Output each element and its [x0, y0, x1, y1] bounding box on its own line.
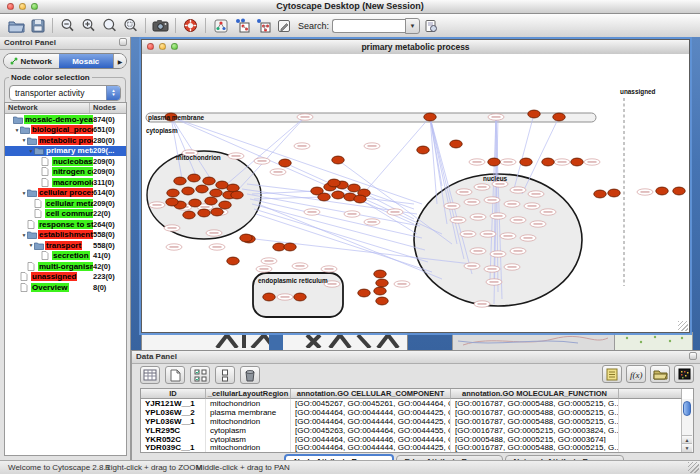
network-edge[interactable]	[227, 117, 305, 184]
zoom-selected-icon[interactable]	[120, 16, 141, 35]
network-node-selected-color[interactable]	[189, 199, 201, 207]
table-cell[interactable]: [GO:0005488, GO:0005215, GO:0003674]	[451, 435, 619, 444]
tab-mosaic[interactable]: Mosaic	[59, 54, 114, 68]
network-node-selected-color[interactable]	[424, 113, 436, 121]
float-panel-icon[interactable]	[119, 38, 127, 46]
table-column-header[interactable]: ID	[141, 389, 206, 399]
network-node-selected-color[interactable]	[332, 156, 344, 164]
network-tree-row[interactable]: ▼cellular process614(0)	[5, 188, 126, 199]
table-row[interactable]: YLR295Ccytoplasm[GO:0045263, GO:0044464,…	[141, 426, 693, 435]
tree-column-nodes[interactable]: Nodes	[90, 103, 126, 113]
table-row[interactable]: YPL036W__1mitochondrion[GO:0044464, GO:0…	[141, 417, 693, 426]
table-cell[interactable]	[619, 399, 682, 408]
network-node-selected-color[interactable]	[263, 293, 275, 301]
function-builder-icon[interactable]: f(x)	[626, 365, 646, 383]
table-cell[interactable]	[619, 426, 682, 435]
network-window-titlebar[interactable]: primary metabolic process	[142, 40, 689, 55]
table-row[interactable]: YKR052Ccytoplasm[GO:0044464, GO:0044446,…	[141, 435, 693, 444]
unselect-attributes-icon[interactable]	[215, 366, 235, 384]
table-cell[interactable]: [GO:0045263, GO:0044464, GO:0044455, G..…	[291, 426, 451, 435]
network-node-selected-color[interactable]	[376, 297, 388, 305]
table-cell[interactable]	[619, 443, 682, 452]
network-node-selected-color[interactable]	[273, 243, 285, 251]
network-node-selected-color[interactable]	[183, 211, 195, 219]
zoom-out-icon[interactable]	[57, 16, 78, 35]
network-tree-row[interactable]: ▼establishment of lo558(0)	[5, 230, 126, 241]
tree-column-network[interactable]: Network	[5, 103, 90, 113]
network-view-window[interactable]: primary metabolic process plasma membran…	[141, 39, 690, 333]
snapshot-icon[interactable]	[150, 16, 171, 35]
network-node-selected-color[interactable]	[520, 158, 532, 166]
network-node-selected-color[interactable]	[528, 110, 540, 118]
network-node-selected-color[interactable]	[376, 279, 388, 287]
scroll-down-icon[interactable]: ▼	[682, 443, 692, 452]
network-tree-row[interactable]: unassigned223(0)	[5, 272, 126, 283]
node-color-dropdown[interactable]: transporter activity ▲▼	[9, 85, 121, 101]
network-node-selected-color[interactable]	[450, 140, 462, 148]
network-node-selected-color[interactable]	[216, 181, 228, 189]
table-cell[interactable]: mitochondrion	[206, 443, 291, 452]
save-icon[interactable]	[27, 16, 48, 35]
table-row[interactable]: YJR121W__1mitochondrion[GO:0045267, GO:0…	[141, 399, 693, 408]
network-node-selected-color[interactable]	[374, 287, 386, 295]
network-node-selected-color[interactable]	[219, 201, 231, 209]
network-node-selected-color[interactable]	[553, 113, 565, 121]
zoom-fit-icon[interactable]	[99, 16, 120, 35]
network-tree-row[interactable]: response to stimulu264(0)	[5, 219, 126, 230]
network-edge[interactable]	[250, 199, 422, 238]
tab-network[interactable]: Network	[4, 54, 59, 68]
annotation-icon[interactable]	[273, 16, 294, 35]
network-tree-row[interactable]: nucleobase-209(0)	[5, 156, 126, 167]
table-column-header[interactable]: annotation.GO CELLULAR_COMPONENT	[291, 389, 451, 399]
network-node-selected-color[interactable]	[328, 179, 340, 187]
network-node-selected-color[interactable]	[279, 159, 291, 167]
search-input[interactable]	[332, 19, 405, 33]
network-node-selected-color[interactable]	[318, 193, 330, 201]
network-tree-row[interactable]: cell communicat22(0)	[5, 209, 126, 220]
background-window[interactable]	[614, 332, 693, 350]
table-cell[interactable]: mitochondrion	[206, 417, 291, 426]
table-row[interactable]: YPL036W__2plasma membrane[GO:0044464, GO…	[141, 408, 693, 417]
table-cell[interactable]: YJR121W__1	[141, 399, 206, 408]
table-cell[interactable]	[619, 435, 682, 444]
network-tree-row[interactable]: mosaic-demo-yeast874(0)	[5, 114, 126, 125]
network-node-selected-color[interactable]	[167, 189, 179, 197]
network-tree-row[interactable]: macromolecule311(0)	[5, 177, 126, 188]
window-resize-grip[interactable]	[678, 321, 688, 331]
network-node-selected-color[interactable]	[231, 191, 243, 199]
help-icon[interactable]	[180, 16, 201, 35]
network-tree-row[interactable]: ▼biological_process651(0)	[5, 125, 126, 136]
network-node-selected-color[interactable]	[488, 158, 500, 166]
table-row[interactable]: YDR039C__1mitochondrion[GO:0044464, GO:0…	[141, 443, 693, 452]
show-selected-nodes-icon[interactable]	[252, 16, 273, 35]
table-cell[interactable]: YDR039C__1	[141, 443, 206, 452]
tabs-overflow-arrow-icon[interactable]: ▶	[113, 54, 126, 68]
float-panel-icon[interactable]	[689, 352, 697, 360]
network-node-selected-color[interactable]	[203, 177, 215, 185]
network-node-selected-color[interactable]	[332, 191, 344, 199]
table-cell[interactable]: [GO:0044464, GO:0044444, GO:0044425, G..…	[291, 408, 451, 417]
network-node-selected-color[interactable]	[608, 189, 620, 197]
new-attribute-icon[interactable]	[165, 366, 185, 384]
table-cell[interactable]: [GO:0044464, GO:0044444, GO:0044425, G..…	[291, 417, 451, 426]
table-scrollbar[interactable]: ▲ ▼	[681, 399, 693, 452]
network-node-selected-color[interactable]	[354, 195, 366, 203]
attribute-matrix-icon[interactable]	[674, 365, 694, 383]
network-edge[interactable]	[256, 214, 432, 272]
attribute-grid-icon[interactable]	[140, 366, 160, 384]
scrollbar-thumb[interactable]	[683, 401, 691, 416]
network-node-selected-color[interactable]	[205, 197, 217, 205]
network-node-selected-color[interactable]	[240, 234, 252, 242]
table-cell[interactable]: [GO:0045267, GO:0045261, GO:0044464, G..…	[291, 399, 451, 408]
network-node-selected-color[interactable]	[211, 208, 223, 216]
table-cell[interactable]: [GO:0016787, GO:0005488, GO:0005215, G..…	[451, 399, 619, 408]
network-edge[interactable]	[237, 117, 305, 191]
network-tree-row[interactable]: Overview8(0)	[5, 282, 126, 293]
table-cell[interactable]: YLR295C	[141, 426, 206, 435]
table-cell[interactable]: YKR052C	[141, 435, 206, 444]
table-cell[interactable]: [GO:0044464, GO:0044444, GO:0044425, G..…	[291, 443, 451, 452]
network-edge[interactable]	[430, 117, 442, 186]
network-overview-icon[interactable]	[210, 16, 231, 35]
network-node-selected-color[interactable]	[542, 158, 554, 166]
network-node-selected-color[interactable]	[196, 185, 208, 193]
